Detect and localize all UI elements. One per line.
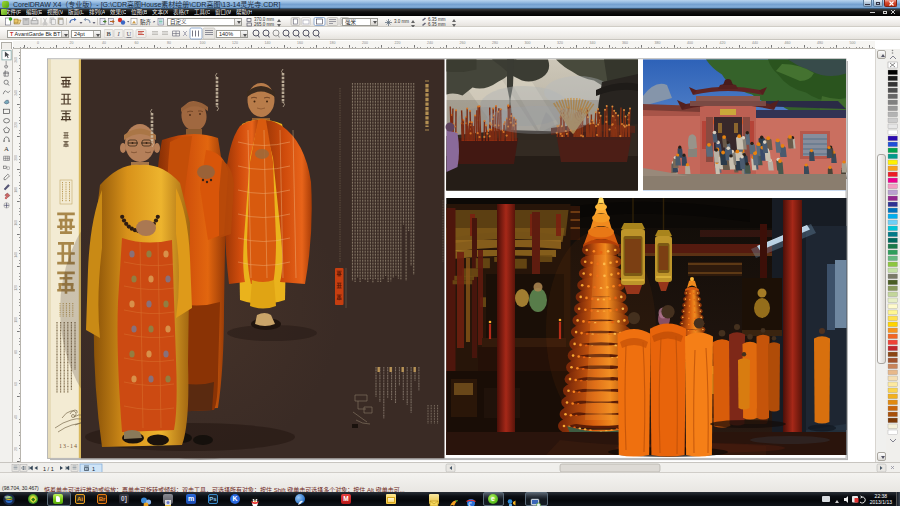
svg-text:B: B [107, 30, 112, 37]
svg-text:1 / 1: 1 / 1 [43, 466, 54, 472]
svg-text:A: A [4, 145, 9, 152]
svg-text:贴齐 ·: 贴齐 · [140, 18, 155, 26]
svg-text:U: U [127, 30, 132, 37]
svg-text:1: 1 [92, 466, 95, 472]
svg-text:13-14: 13-14 [59, 443, 78, 449]
